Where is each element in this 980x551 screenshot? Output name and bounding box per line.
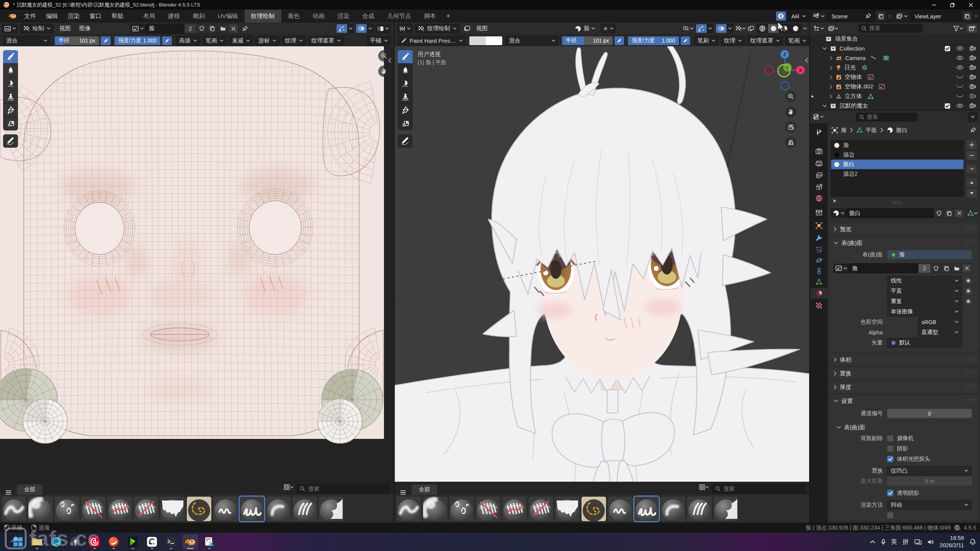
render-toggle[interactable] bbox=[969, 65, 976, 70]
extension-dropdown[interactable]: 重复 bbox=[887, 297, 962, 306]
tab-tool[interactable] bbox=[810, 127, 828, 138]
raytraced-transmission-checkbox[interactable] bbox=[887, 512, 893, 518]
brush-hatch-red-2[interactable] bbox=[502, 497, 527, 521]
outliner-filter-type[interactable] bbox=[828, 26, 838, 31]
workspace-tab-动画[interactable]: 动画 bbox=[306, 10, 331, 23]
texture-slots-icon[interactable] bbox=[464, 26, 470, 32]
outliner-row-空物体.002[interactable]: 空物体.002 bbox=[810, 82, 980, 91]
brush-hatch-red-1[interactable] bbox=[81, 497, 106, 521]
paint-brush-tool-button[interactable] bbox=[3, 50, 18, 64]
taskbar-clock[interactable]: 18:582026/2/11 bbox=[940, 535, 964, 549]
soften-tool-button[interactable] bbox=[3, 64, 18, 77]
pan-button[interactable] bbox=[785, 106, 797, 117]
popover-纹理遮罩[interactable]: 纹理遮罩 bbox=[747, 36, 783, 46]
shelf-menu-icon[interactable] bbox=[5, 490, 11, 495]
radius-pressure-button[interactable] bbox=[614, 36, 624, 46]
shelf-menu-icon[interactable] bbox=[400, 490, 406, 495]
radius-slider[interactable]: 半径101 px bbox=[54, 36, 100, 46]
shelf-search-input[interactable]: 搜索 bbox=[712, 484, 805, 493]
pin-image-icon[interactable] bbox=[242, 26, 248, 32]
clone-tool-button[interactable] bbox=[398, 90, 413, 104]
image-users-button[interactable]: 2 bbox=[184, 24, 196, 33]
workspace-tab-布局[interactable]: 布局 bbox=[137, 10, 162, 23]
max-distance-field[interactable]: 0 m bbox=[887, 476, 972, 486]
outliner-item-name[interactable]: Collection bbox=[840, 45, 865, 52]
texture-slot-button[interactable] bbox=[601, 24, 616, 33]
axis-gizmo[interactable]: Z X Y bbox=[762, 47, 808, 93]
tab-scene[interactable] bbox=[810, 181, 828, 192]
mask-tool-button[interactable] bbox=[398, 117, 413, 130]
popover-衰减[interactable]: 衰减 bbox=[229, 36, 253, 46]
soften-tool-button[interactable] bbox=[398, 64, 413, 77]
slot-move-down-button[interactable] bbox=[966, 188, 977, 198]
backface-shadow[interactable]: 阴影 bbox=[887, 443, 908, 454]
hide-toggle[interactable] bbox=[956, 65, 964, 70]
brush-squiggle[interactable] bbox=[213, 497, 238, 521]
strength-slider[interactable]: 强度/力度1.000 bbox=[114, 36, 161, 46]
expand-icon[interactable] bbox=[830, 75, 833, 80]
outliner-row-沉默的魔女[interactable]: 沉默的魔女 bbox=[810, 101, 980, 110]
tab-world[interactable] bbox=[810, 193, 828, 204]
cast-icon[interactable] bbox=[914, 539, 922, 545]
extend-dot-button[interactable] bbox=[965, 277, 972, 284]
shading-solid-button[interactable] bbox=[768, 24, 779, 33]
blender-logo-menu[interactable] bbox=[8, 13, 17, 20]
menu-帮助[interactable]: 帮助 bbox=[106, 11, 128, 21]
outliner-row-空物体[interactable]: 空物体 bbox=[810, 72, 980, 82]
tab-texture[interactable] bbox=[810, 300, 828, 311]
ar-dropdown[interactable]: AR bbox=[788, 11, 809, 21]
fake-user-button[interactable] bbox=[934, 209, 944, 218]
outliner-search-input[interactable]: 搜索 bbox=[858, 24, 923, 33]
material-slot-脸[interactable]: 脸 bbox=[831, 140, 964, 150]
displacement-panel-header[interactable]: 置换 bbox=[830, 368, 978, 379]
primary-color-swatch[interactable] bbox=[469, 36, 486, 45]
brush-paint-hard-press[interactable] bbox=[634, 497, 659, 521]
expand-icon[interactable] bbox=[830, 94, 833, 99]
blend-mode-dropdown[interactable]: 混合 bbox=[3, 36, 51, 46]
workspace-tab-建模[interactable]: 建模 bbox=[162, 10, 186, 23]
popover-笔刷[interactable]: 笔刷 bbox=[694, 36, 719, 46]
fill-tool-button[interactable] bbox=[3, 104, 18, 117]
popover-纹理[interactable]: 纹理 bbox=[282, 36, 306, 46]
add-workspace-button[interactable]: + bbox=[443, 12, 454, 20]
new-scene-button[interactable] bbox=[876, 11, 886, 21]
collapse-icon[interactable] bbox=[822, 104, 827, 108]
mask-tool-button[interactable] bbox=[3, 117, 18, 130]
ime-mode[interactable]: 拼 bbox=[903, 538, 909, 546]
minimize-button[interactable] bbox=[925, 0, 943, 10]
color-space-dropdown[interactable]: sRGB bbox=[918, 317, 962, 327]
popover-高级[interactable]: 高级 bbox=[176, 36, 200, 46]
new-collection-button[interactable] bbox=[966, 24, 978, 33]
add-slot-button[interactable] bbox=[966, 140, 977, 150]
slot-specials-button[interactable] bbox=[966, 164, 977, 174]
editor-type-button[interactable] bbox=[2, 24, 18, 33]
brush-scribble[interactable] bbox=[449, 497, 474, 521]
expand-icon[interactable] bbox=[830, 85, 833, 89]
material-link-dropdown[interactable] bbox=[967, 210, 978, 216]
outliner-row-Camera[interactable]: Camera bbox=[810, 53, 980, 63]
annotate-tool-button[interactable] bbox=[398, 134, 413, 148]
tab-modifiers[interactable] bbox=[810, 233, 828, 244]
tray-expand-icon[interactable] bbox=[870, 540, 875, 544]
outliner-row-Collection[interactable]: Collection bbox=[810, 44, 980, 53]
brush-blur[interactable] bbox=[28, 497, 53, 521]
brush-drip[interactable] bbox=[160, 497, 185, 521]
material-slot-眼白[interactable]: 眼白 bbox=[831, 160, 964, 169]
brush-smear[interactable] bbox=[714, 497, 738, 521]
brush-squiggle[interactable] bbox=[608, 497, 632, 521]
gizmos-toggle[interactable] bbox=[696, 24, 707, 33]
strength-pressure-button[interactable] bbox=[162, 36, 172, 46]
backface-camera[interactable]: 摄像机 bbox=[887, 433, 914, 443]
breadcrumb-object[interactable]: 脸 bbox=[841, 127, 847, 134]
shelf-tab-all[interactable]: 全部 bbox=[17, 484, 42, 495]
brush-strokes[interactable] bbox=[292, 497, 317, 521]
workspace-tab-渲染[interactable]: 渲染 bbox=[331, 10, 356, 23]
tab-object-data[interactable] bbox=[810, 276, 828, 287]
render-toggle[interactable] bbox=[969, 93, 976, 99]
properties-display-mode[interactable] bbox=[813, 114, 824, 120]
material-slot-描边[interactable]: 描边 bbox=[831, 150, 964, 160]
light-probe-volume-checkbox[interactable] bbox=[887, 456, 893, 462]
tab-render[interactable] bbox=[810, 146, 828, 157]
strength-pressure-button[interactable] bbox=[680, 36, 691, 46]
image-browse-button[interactable] bbox=[833, 264, 849, 273]
